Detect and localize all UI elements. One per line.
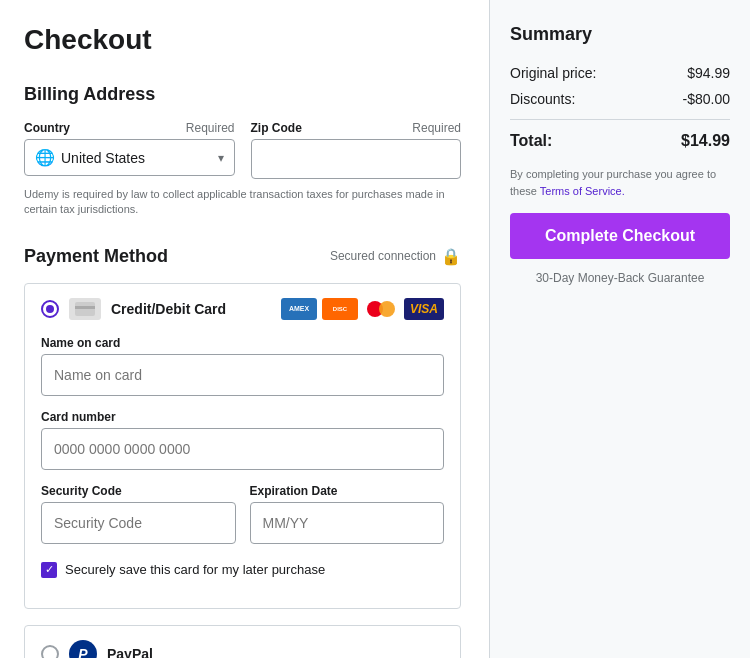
save-card-row: ✓ Securely save this card for my later p… (41, 562, 444, 578)
card-number-group: Card number (41, 410, 444, 470)
save-card-label: Securely save this card for my later pur… (65, 562, 325, 577)
paypal-icon: P (69, 640, 97, 658)
billing-section-title: Billing Address (24, 84, 461, 105)
tos-link[interactable]: Terms of Service. (540, 185, 625, 197)
secured-badge: Secured connection 🔒 (330, 247, 461, 266)
svg-rect-1 (75, 306, 95, 309)
expiration-label: Expiration Date (250, 484, 445, 498)
paypal-option[interactable]: P PayPal (24, 625, 461, 658)
payment-header: Payment Method Secured connection 🔒 (24, 246, 461, 267)
country-select[interactable]: 🌐 United States ▾ (24, 139, 235, 176)
guarantee-text: 30-Day Money-Back Guarantee (510, 271, 730, 285)
tos-text: By completing your purchase you agree to… (510, 166, 730, 199)
original-price-label: Original price: (510, 65, 596, 81)
card-number-label: Card number (41, 410, 444, 424)
summary-title: Summary (510, 24, 730, 45)
zip-label: Zip Code Required (251, 121, 462, 135)
total-value: $14.99 (681, 132, 730, 150)
zip-field-group: Zip Code Required (251, 121, 462, 179)
name-on-card-label: Name on card (41, 336, 444, 350)
payment-section-title: Payment Method (24, 246, 168, 267)
credit-card-label: Credit/Debit Card (111, 301, 271, 317)
mastercard-logo (363, 298, 399, 320)
checkmark-icon: ✓ (45, 563, 54, 576)
summary-divider (510, 119, 730, 120)
zip-input[interactable] (251, 139, 462, 179)
expiration-group: Expiration Date (250, 484, 445, 544)
tax-notice: Udemy is required by law to collect appl… (24, 187, 461, 218)
total-row: Total: $14.99 (510, 132, 730, 150)
visa-logo: VISA (404, 298, 444, 320)
discounts-row: Discounts: -$80.00 (510, 91, 730, 107)
total-label: Total: (510, 132, 552, 150)
payment-section: Payment Method Secured connection 🔒 (24, 246, 461, 658)
billing-section: Billing Address Country Required 🌐 Unite… (24, 84, 461, 218)
save-card-checkbox[interactable]: ✓ (41, 562, 57, 578)
name-on-card-input[interactable] (41, 354, 444, 396)
radio-dot-inner (46, 305, 54, 313)
country-value: United States (61, 150, 218, 166)
original-price-value: $94.99 (687, 65, 730, 81)
paypal-radio[interactable] (41, 645, 59, 658)
name-on-card-group: Name on card (41, 336, 444, 396)
sidebar: Summary Original price: $94.99 Discounts… (490, 0, 750, 658)
discover-logo: DISC (322, 298, 358, 320)
security-code-label: Security Code (41, 484, 236, 498)
complete-checkout-button[interactable]: Complete Checkout (510, 213, 730, 259)
card-icon (69, 298, 101, 320)
main-content: Checkout Billing Address Country Require… (0, 0, 490, 658)
lock-icon: 🔒 (441, 247, 461, 266)
security-code-input[interactable] (41, 502, 236, 544)
card-logos: AMEX DISC VISA (281, 298, 444, 320)
country-label: Country Required (24, 121, 235, 135)
security-code-group: Security Code (41, 484, 236, 544)
expiration-input[interactable] (250, 502, 445, 544)
card-form: Name on card Card number Security Code (41, 320, 444, 578)
discounts-value: -$80.00 (683, 91, 730, 107)
card-number-input[interactable] (41, 428, 444, 470)
credit-card-option[interactable]: Credit/Debit Card AMEX DISC VISA Name on… (24, 283, 461, 609)
paypal-label: PayPal (107, 646, 153, 658)
credit-card-radio[interactable] (41, 300, 59, 318)
original-price-row: Original price: $94.99 (510, 65, 730, 81)
chevron-down-icon: ▾ (218, 151, 224, 165)
amex-logo: AMEX (281, 298, 317, 320)
security-expiry-row: Security Code Expiration Date (41, 484, 444, 558)
globe-icon: 🌐 (35, 148, 55, 167)
country-field-group: Country Required 🌐 United States ▾ (24, 121, 235, 179)
page-title: Checkout (24, 24, 461, 56)
discounts-label: Discounts: (510, 91, 575, 107)
